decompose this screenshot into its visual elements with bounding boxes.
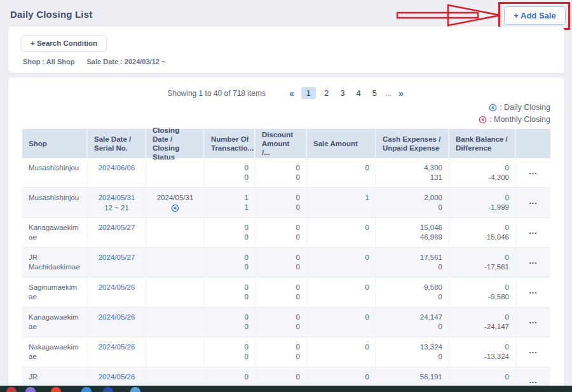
row-actions-button[interactable]: ...	[529, 316, 537, 325]
column-header: Cash Expenses / Unpaid Expense	[376, 129, 449, 158]
monthly-closing-icon	[479, 116, 487, 124]
cell-discount: 00	[255, 308, 307, 337]
row-actions-button[interactable]: ...	[529, 197, 537, 206]
column-header: Discount Amount /...	[255, 129, 307, 158]
cell-cash-expenses: 2,0000	[376, 188, 449, 217]
pagination-first-icon[interactable]: «	[287, 88, 296, 98]
row-actions-button[interactable]: ...	[529, 287, 537, 295]
taskbar-app-icon[interactable]	[130, 387, 140, 392]
column-header	[516, 129, 550, 158]
cell-sale-amount: 1	[307, 188, 376, 217]
taskbar-app-icon[interactable]	[25, 387, 36, 392]
pagination-page[interactable]: 1	[301, 87, 316, 99]
active-filters: Shop : All Shop Sale Date : 2024/03/12 ~	[23, 58, 175, 65]
page-title: Daily Closing List	[10, 9, 92, 20]
cell-discount: 00	[255, 278, 307, 307]
cell-cash-expenses: 17,5610	[376, 248, 449, 277]
cell-shop: Musashishinjou	[22, 158, 88, 187]
cell-shop: Kanagawaekimae	[22, 308, 88, 337]
pagination-ellipsis: ...	[385, 89, 392, 98]
cell-transactions: 00	[205, 218, 255, 247]
row-actions-button[interactable]: ...	[529, 346, 537, 355]
table-row: Musashishinjou 2024/06/06 00 00 0 4,3001…	[22, 158, 550, 188]
cell-closing-status	[146, 278, 205, 307]
cell-cash-expenses: 13,3240	[376, 337, 449, 367]
row-actions-button[interactable]: ...	[529, 257, 537, 266]
cell-discount: 00	[255, 337, 307, 367]
cell-closing-status	[146, 337, 205, 367]
cell-sale-amount: 0	[307, 278, 376, 307]
cell-transactions: 11	[205, 188, 255, 217]
cell-discount: 00	[255, 158, 307, 187]
cell-bank-balance: 0-4,300	[449, 158, 516, 187]
row-actions-button[interactable]: ...	[529, 167, 537, 176]
column-header: Number Of Transactio...	[205, 129, 255, 158]
table-header-row: ShopSale Date / Serial No.Closing Date /…	[22, 129, 550, 158]
cell-closing-status	[146, 218, 205, 247]
sale-date-filter-text: Sale Date : 2024/03/12 ~	[87, 58, 166, 65]
cell-transactions: 00	[205, 158, 255, 187]
cell-shop: Saginumaekimae	[22, 278, 88, 307]
sale-date-link[interactable]: 2024/05/27	[99, 224, 135, 231]
table-row: JR Machidaekimae 2024/05/27 00 00 0 17,5…	[22, 248, 550, 278]
cell-shop: Nakagawaekimae	[22, 337, 88, 367]
closing-date: 2024/05/31	[153, 193, 198, 203]
cell-shop: Kanagawaekimae	[22, 218, 88, 247]
daily-closing-label: : Daily Closing	[500, 102, 550, 114]
cell-closing-status	[146, 248, 205, 277]
search-condition-card: + Search Condition Shop : All Shop Sale …	[8, 27, 564, 73]
cell-cash-expenses: 15,04646,969	[376, 218, 449, 247]
cell-actions: ...	[516, 278, 550, 307]
shop-name: Musashishinjou	[29, 194, 79, 201]
table-row: Nakagawaekimae 2024/05/26 00 00 0 13,324…	[22, 337, 550, 367]
cell-bank-balance: 0-24,147	[449, 308, 516, 337]
pagination-pages: 12345	[301, 87, 380, 99]
shop-name: Nakagawaekimae	[29, 343, 79, 360]
taskbar-app-icon[interactable]	[51, 387, 61, 392]
cell-cash-expenses: 9,5800	[376, 278, 449, 307]
cell-actions: ...	[516, 218, 550, 247]
taskbar[interactable]	[0, 386, 572, 392]
search-condition-button[interactable]: + Search Condition	[21, 35, 107, 51]
cell-transactions: 00	[205, 248, 255, 277]
cell-transactions: 00	[205, 308, 255, 337]
pagination-last-icon[interactable]: »	[397, 88, 405, 98]
shop-name: JR	[29, 373, 37, 381]
cell-discount: 00	[255, 218, 307, 247]
pagination-page[interactable]: 4	[353, 87, 364, 99]
cell-shop: JR Machidaekimae	[22, 248, 88, 277]
column-header: Sale Amount	[307, 129, 376, 158]
sale-date-link[interactable]: 2024/05/26	[99, 343, 135, 351]
cell-sale-date: 2024/05/27	[88, 218, 146, 247]
cell-sale-date: 2024/05/26	[88, 278, 146, 307]
add-sale-button[interactable]: + Add Sale	[504, 6, 566, 25]
table-row: Musashishinjou 2024/05/31 12 ~ 21 2024/0…	[22, 188, 550, 218]
row-actions-button[interactable]: ...	[529, 227, 537, 236]
sale-date-link[interactable]: 2024/05/31	[99, 194, 135, 201]
cell-actions: ...	[516, 248, 550, 277]
cell-sale-date: 2024/05/26	[88, 308, 146, 337]
taskbar-app-icon[interactable]	[103, 387, 113, 392]
row-actions-button[interactable]: ...	[529, 376, 537, 385]
taskbar-app-icon[interactable]	[81, 387, 92, 392]
shop-name: Kanagawaekimae	[29, 313, 79, 330]
table-row: Kanagawaekimae 2024/05/26 00 00 0 24,147…	[22, 308, 550, 337]
cell-closing-status	[146, 308, 205, 337]
cell-bank-balance: 0-1,999	[449, 188, 516, 217]
closing-list-card: Showing 1 to 40 of 718 items « 12345 ...…	[8, 78, 564, 392]
column-header: Closing Date / Closing Status	[146, 129, 205, 158]
sale-date-link[interactable]: 2024/06/06	[99, 164, 135, 172]
cell-discount: 00	[255, 248, 307, 277]
pagination-page[interactable]: 5	[369, 87, 380, 99]
taskbar-app-icon[interactable]	[6, 387, 17, 392]
sale-date-link[interactable]: 2024/05/26	[99, 313, 135, 321]
sale-date-link[interactable]: 2024/05/26	[99, 283, 135, 291]
cell-transactions: 00	[205, 337, 255, 367]
cell-bank-balance: 0-15,046	[449, 218, 516, 247]
pagination-page[interactable]: 3	[337, 87, 348, 99]
column-header: Shop	[22, 129, 88, 158]
pagination-page[interactable]: 2	[321, 87, 332, 99]
cell-transactions: 00	[205, 278, 255, 307]
sale-date-link[interactable]: 2024/05/26	[99, 373, 135, 381]
sale-date-link[interactable]: 2024/05/27	[99, 253, 135, 261]
